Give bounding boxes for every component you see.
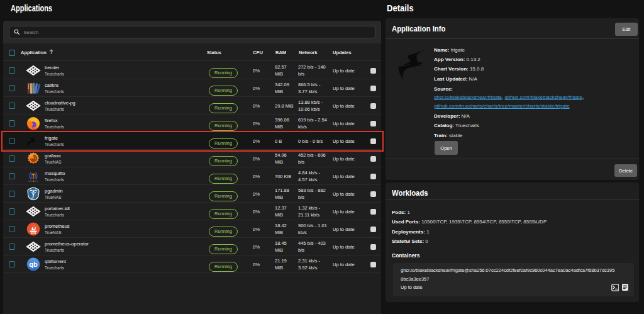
table-row[interactable]: cloudnative-pg Truecharts Running 0% 29.…	[3, 97, 381, 115]
status-cell: Running	[209, 189, 238, 199]
update-checkbox[interactable]	[370, 244, 377, 250]
application-info-card: Application Info Edit Name: frigate App …	[386, 18, 639, 180]
update-checkbox[interactable]	[370, 121, 377, 127]
updates-value: Up to date	[333, 79, 364, 97]
open-button[interactable]: Open	[435, 141, 458, 155]
frigate-app-icon	[26, 133, 41, 149]
cpu-value: 0%	[253, 238, 272, 255]
update-checkbox[interactable]	[370, 191, 377, 198]
cpu-value: 0%	[253, 203, 272, 220]
column-header-cpu[interactable]: CPU	[253, 49, 263, 55]
table-row[interactable]: prometheus TrueNAS Running 0% 18.42 MiB …	[3, 220, 381, 238]
table-row[interactable]: pgadmin TrueNAS Running 0% 171.88 MiB 58…	[3, 185, 381, 203]
row-checkbox[interactable]	[9, 244, 15, 250]
status-cell: Running	[209, 224, 238, 234]
status-cell: Running	[209, 118, 238, 128]
row-checkbox[interactable]	[9, 67, 15, 74]
update-checkbox[interactable]	[370, 138, 377, 145]
table-row[interactable]: mosquitto Truecharts Running 0% 700 KiB …	[3, 167, 381, 185]
status-badge: Running	[209, 156, 238, 166]
update-checkbox[interactable]	[370, 262, 377, 268]
containers-label: Containers	[392, 252, 419, 259]
field-label: Name:	[434, 47, 449, 53]
app-catalog: Truecharts	[45, 264, 66, 270]
select-all-checkbox[interactable]	[9, 50, 15, 56]
update-checkbox[interactable]	[370, 174, 377, 180]
column-header-updates[interactable]: Updates	[333, 49, 352, 55]
search-box[interactable]	[9, 26, 375, 38]
cpu-value: 0%	[253, 150, 272, 167]
network-value: 0 b/s - 0 b/s	[298, 132, 328, 150]
edit-button[interactable]: Edit	[615, 23, 638, 36]
app-catalog: Truecharts	[45, 247, 89, 252]
calibre-app-icon	[26, 81, 41, 96]
row-checkbox[interactable]	[9, 261, 15, 267]
search-input[interactable]	[24, 30, 338, 35]
update-checkbox[interactable]	[370, 227, 377, 233]
cpu-value: 0%	[253, 255, 272, 273]
updates-value: Up to date	[333, 203, 364, 220]
row-checkbox[interactable]	[9, 103, 15, 109]
update-checkbox[interactable]	[370, 68, 377, 74]
cpu-value: 0%	[253, 97, 272, 115]
container-actions	[611, 284, 629, 291]
app-catalog: Truecharts	[45, 211, 70, 217]
status-cell: Running	[209, 154, 238, 164]
app-name: qbittorrent	[45, 258, 66, 264]
shell-icon[interactable]	[611, 284, 619, 291]
update-checkbox[interactable]	[370, 156, 377, 162]
status-badge: Running	[209, 227, 238, 237]
status-badge: Running	[209, 68, 238, 78]
status-cell: Running	[209, 136, 238, 146]
column-header-ram[interactable]: RAM	[275, 49, 286, 55]
table-row[interactable]: bender Truecharts Running 0% 82.57 MiB 2…	[3, 62, 381, 79]
ram-value: 54.96 MiB	[275, 150, 295, 167]
updates-value: Up to date	[333, 185, 364, 203]
stat-value: 1	[407, 210, 409, 215]
row-checkbox[interactable]	[9, 155, 15, 162]
app-name: firefox	[45, 117, 64, 123]
ram-value: 12.37 MiB	[275, 203, 295, 220]
update-checkbox[interactable]	[370, 209, 377, 215]
table-row[interactable]: calibre Truecharts Running 0% 342.09 MiB…	[3, 79, 381, 97]
column-header-application[interactable]: Application	[21, 49, 53, 55]
status-cell: Running	[209, 206, 238, 216]
row-checkbox[interactable]	[9, 226, 15, 232]
status-badge: Running	[209, 174, 238, 184]
cpu-value: 0%	[253, 115, 272, 132]
source-link[interactable]: ghcr.io/blakeblackshear/frigate	[434, 94, 502, 100]
page-title-details: Details	[387, 3, 419, 14]
row-checkbox[interactable]	[9, 85, 15, 91]
table-row[interactable]: qbittorrent Truecharts Running 0% 21.19 …	[3, 255, 381, 273]
source-link[interactable]: github.com/blakeblackshear/frigate	[505, 94, 583, 100]
app-name: prometheus	[45, 223, 70, 229]
table-row[interactable]: grafana TrueNAS Running 0% 54.96 MiB 452…	[3, 150, 381, 167]
source-link[interactable]: github.com/truecharts/charts/tree/master…	[434, 103, 570, 109]
column-header-status[interactable]: Status	[207, 49, 221, 55]
status-badge: Running	[209, 121, 238, 131]
table-row[interactable]: frigate Truecharts Running 0% 0 B 0 b/s …	[3, 132, 381, 150]
field-label: Train:	[434, 133, 448, 138]
applications-card: Application Status CPU RAM Network Updat…	[3, 21, 381, 314]
row-checkbox[interactable]	[9, 173, 15, 179]
column-header-network[interactable]: Network	[299, 49, 318, 55]
app-catalog: TrueNAS	[45, 159, 62, 164]
update-checkbox[interactable]	[370, 103, 377, 109]
field-label: App Version:	[434, 57, 465, 62]
update-checkbox[interactable]	[370, 86, 377, 92]
table-row[interactable]: portainer-k8 Truecharts Running 0% 12.37…	[3, 203, 381, 220]
row-checkbox[interactable]	[9, 208, 15, 215]
row-checkbox[interactable]	[9, 138, 15, 144]
network-value: 452 b/s - 696 b/s	[298, 150, 328, 167]
status-cell: Running	[209, 65, 238, 76]
stat-label: Used Ports:	[392, 219, 420, 225]
updates-value: Up to date	[333, 150, 364, 167]
row-checkbox[interactable]	[9, 191, 15, 197]
updates-value: Up to date	[333, 97, 364, 115]
delete-button[interactable]: Delete	[614, 164, 637, 177]
logs-icon[interactable]	[622, 284, 628, 291]
row-checkbox[interactable]	[9, 120, 15, 126]
status-cell: Running	[209, 171, 238, 181]
table-row[interactable]: firefox Truecharts Running 0% 396.06 MiB…	[3, 115, 381, 132]
table-row[interactable]: prometheus-operator Truecharts Running 0…	[3, 238, 381, 255]
